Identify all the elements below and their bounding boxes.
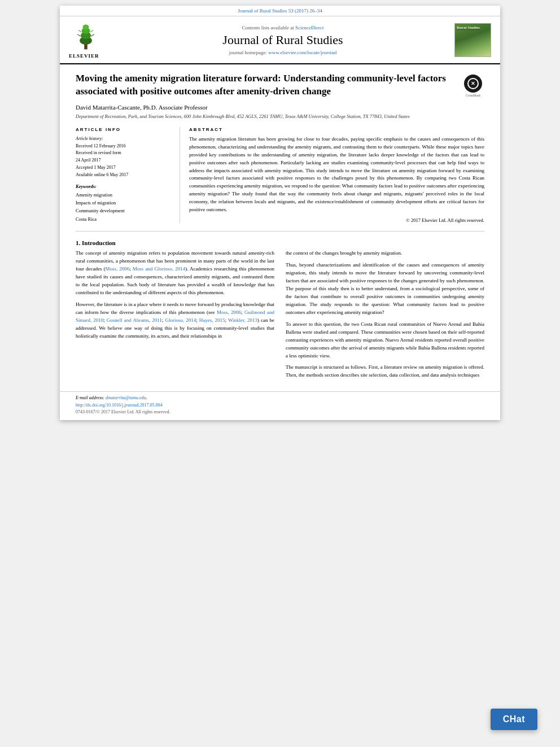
svg-line-5 bbox=[77, 34, 81, 37]
article-info-label: ARTICLE INFO bbox=[76, 127, 173, 132]
doi-line[interactable]: http://dx.doi.org/10.1016/j.jrurstud.201… bbox=[76, 403, 484, 408]
author-line: David Matarrita-Cascante, Ph.D. Associat… bbox=[76, 104, 484, 111]
svg-line-8 bbox=[90, 30, 93, 33]
copyright-line: © 2017 Elsevier Ltd. All rights reserved… bbox=[189, 217, 484, 223]
keywords-list: Amenity migration Impacts of migration C… bbox=[76, 191, 173, 224]
journal-thumbnail-area: Rural Studies bbox=[446, 23, 491, 57]
intro-right-p2: Thus, beyond characterizations and ident… bbox=[286, 261, 484, 317]
section-divider bbox=[76, 231, 484, 231]
crossmark-circle: ✕ bbox=[464, 75, 482, 93]
sciencedirect-line: Contents lists available at ScienceDirec… bbox=[120, 25, 446, 30]
email-line: E-mail address: dmatarrita@tamu.edu. bbox=[76, 395, 484, 400]
info-abstract-section: ARTICLE INFO Article history: Received 1… bbox=[76, 127, 484, 224]
intro-right-p4: The manuscript is structured as follows.… bbox=[286, 364, 484, 379]
intro-p2: However, the literature is in a place wh… bbox=[76, 301, 274, 340]
section-heading: 1. Introduction bbox=[76, 239, 484, 246]
journal-center-info: Contents lists available at ScienceDirec… bbox=[120, 25, 446, 55]
article-content: Moving the amenity migration literature … bbox=[60, 64, 500, 391]
gosnell-link[interactable]: Gosnell and Abrams, 2011 bbox=[107, 317, 162, 323]
body-left-col: The concept of amenity migration refers … bbox=[76, 250, 274, 383]
intro-right-p1: the context of the changes brought by am… bbox=[286, 250, 484, 257]
journal-title: Journal of Rural Studies bbox=[120, 33, 446, 47]
abstract-col: ABSTRACT The amenity migration literatur… bbox=[189, 127, 484, 224]
svg-rect-0 bbox=[84, 44, 88, 49]
keywords-label: Keywords: bbox=[76, 184, 173, 189]
moss-glorioso-link[interactable]: Moss and Glorioso, 2014 bbox=[133, 266, 185, 272]
keyword-1: Amenity migration bbox=[76, 191, 173, 199]
moss-2006-link2[interactable]: Moss, 2006 bbox=[217, 309, 241, 315]
intro-right-p3: To answer to this question, the two Cost… bbox=[286, 321, 484, 360]
journal-citation: Journal of Rural Studies 53 (2017) 26–34 bbox=[60, 6, 500, 16]
elsevier-logo: ELSEVIER bbox=[69, 21, 120, 59]
issn-line: 0743-0167/© 2017 Elsevier Ltd. All right… bbox=[76, 409, 484, 414]
elsevier-tree-icon bbox=[69, 21, 103, 52]
page-footer: E-mail address: dmatarrita@tamu.edu. htt… bbox=[60, 391, 500, 420]
elsevier-logo-area: ELSEVIER bbox=[69, 21, 120, 59]
journal-thumbnail: Rural Studies bbox=[454, 23, 491, 57]
homepage-url[interactable]: www.elsevier.com/locate/jrurstud bbox=[268, 50, 336, 55]
affiliation-line: Department of Recreation, Park, and Tour… bbox=[76, 113, 484, 120]
keyword-3: Community development bbox=[76, 207, 173, 215]
article-history: Article history: Received 12 February 20… bbox=[76, 136, 173, 179]
hayes-link[interactable]: Hayes, 2015 bbox=[199, 317, 225, 323]
crossmark-label: CrossMark bbox=[466, 94, 481, 97]
journal-header: ELSEVIER Contents lists available at Sci… bbox=[60, 16, 500, 64]
crossmark-inner: ✕ bbox=[467, 78, 479, 89]
article-info-col: ARTICLE INFO Article history: Received 1… bbox=[76, 127, 180, 224]
body-right-col: the context of the changes brought by am… bbox=[286, 250, 484, 383]
svg-point-4 bbox=[83, 24, 89, 29]
intro-p1: The concept of amenity migration refers … bbox=[76, 250, 274, 297]
body-columns: The concept of amenity migration refers … bbox=[76, 250, 484, 383]
author-email[interactable]: dmatarrita@tamu.edu bbox=[106, 395, 146, 400]
crossmark-badge[interactable]: ✕ CrossMark bbox=[462, 75, 484, 97]
moss-2006-link[interactable]: Moss, 2006 bbox=[106, 266, 130, 272]
article-title-section: Moving the amenity migration literature … bbox=[76, 72, 484, 98]
article-title: Moving the amenity migration literature … bbox=[76, 72, 456, 98]
glorioso-link[interactable]: Glorioso, 2014 bbox=[165, 317, 196, 323]
svg-line-7 bbox=[78, 30, 82, 33]
elsevier-wordmark: ELSEVIER bbox=[69, 53, 99, 59]
abstract-text: The amenity migration literature has bee… bbox=[189, 136, 484, 214]
homepage-line: journal homepage: www.elsevier.com/locat… bbox=[120, 50, 446, 55]
abstract-label: ABSTRACT bbox=[189, 127, 484, 132]
keyword-4: Costa Rica bbox=[76, 215, 173, 223]
winkler-link[interactable]: Winkler, 2013 bbox=[228, 317, 257, 323]
svg-line-6 bbox=[91, 34, 94, 37]
sciencedirect-link[interactable]: ScienceDirect bbox=[295, 25, 323, 30]
keyword-2: Impacts of migration bbox=[76, 199, 173, 207]
